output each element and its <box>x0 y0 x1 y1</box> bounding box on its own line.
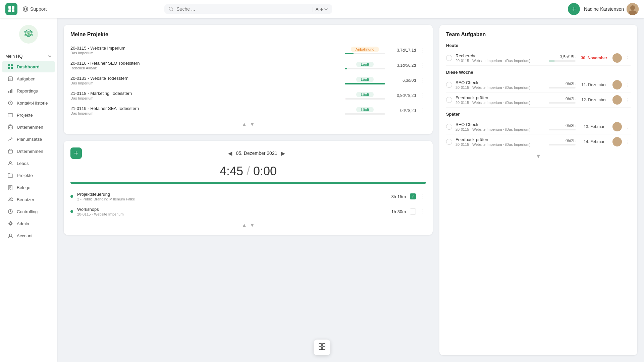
tasks-icon <box>7 76 13 82</box>
sidebar-item-planumstze[interactable]: Planumsätze <box>2 133 55 145</box>
support-icon <box>23 6 28 12</box>
sidebar-item-projekte-group[interactable]: Projekte <box>2 109 55 121</box>
show-more-btn[interactable]: ▾ <box>537 152 540 160</box>
dashboard-icon <box>7 64 13 70</box>
task-check[interactable] <box>446 97 452 103</box>
sidebar-item-benutzer[interactable]: Benutzer <box>2 194 55 205</box>
sidebar-item-label: Unternehmen <box>17 125 43 130</box>
top-nav-right: + Nadine Karstensen <box>568 3 639 15</box>
task-check[interactable] <box>446 55 452 61</box>
search-filter[interactable]: Alle <box>313 7 328 12</box>
projects-nav: ▲ ▼ <box>70 118 426 127</box>
task-check[interactable] <box>446 82 452 88</box>
task-menu-btn[interactable]: ⋮ <box>625 97 631 103</box>
task-time: 0h/3h <box>566 123 576 128</box>
sidebar-item-label: Projekte <box>17 173 33 178</box>
support-label: Support <box>30 6 47 12</box>
task-menu-btn[interactable]: ⋮ <box>625 82 631 88</box>
progress-bar <box>345 53 385 54</box>
reporting-check[interactable] <box>410 193 416 199</box>
search-input[interactable] <box>176 6 310 12</box>
project-menu-btn[interactable]: ⋮ <box>420 107 426 114</box>
project-menu-btn[interactable]: ⋮ <box>420 92 426 99</box>
sidebar-item-aufgaben[interactable]: Aufgaben <box>2 73 55 84</box>
reporting-sub: 2 - Public Branding Millenium Falke <box>77 197 382 201</box>
sidebar-item-account[interactable]: Account <box>2 230 55 241</box>
reportings-prev-btn[interactable]: ▲ <box>241 222 247 228</box>
task-sub: 20-0115 - Website Imperium · (Das Imperi… <box>455 142 539 146</box>
section-label: Später <box>446 112 631 117</box>
projects-prev-btn[interactable]: ▲ <box>241 121 247 127</box>
reporting-check[interactable] <box>410 208 416 215</box>
svg-rect-20 <box>11 64 13 66</box>
task-progress-bar <box>549 60 576 62</box>
project-sub: Das Imperium <box>70 51 341 55</box>
admin-icon <box>7 221 13 227</box>
task-progress-bar <box>549 129 576 130</box>
reporting-dot <box>70 195 73 198</box>
sidebar-item-reportings[interactable]: Reportings <box>2 85 55 97</box>
reporting-menu-btn[interactable]: ⋮ <box>420 208 426 215</box>
status-badge: Läuft <box>356 77 374 82</box>
bottom-widget[interactable] <box>314 340 330 355</box>
sidebar-item-belege[interactable]: Belege <box>2 182 55 193</box>
global-add-button[interactable]: + <box>568 3 580 15</box>
status-badge: Anbahnung <box>351 47 379 52</box>
task-menu-btn[interactable]: ⋮ <box>625 139 631 145</box>
task-check[interactable] <box>446 124 452 130</box>
task-time: 0h/2h <box>566 97 576 101</box>
top-nav: Support Alle + Nadine Karstensen <box>0 0 644 18</box>
task-sub: 20-0115 - Website Imperium · (Das Imperi… <box>455 85 539 89</box>
task-menu-btn[interactable]: ⋮ <box>625 124 631 130</box>
reporting-time: 3h 15m <box>386 194 406 199</box>
task-menu-btn[interactable]: ⋮ <box>625 55 631 61</box>
date-prev-btn[interactable]: ◀ <box>228 150 232 157</box>
svg-rect-32 <box>11 127 11 128</box>
date-next-btn[interactable]: ▶ <box>281 150 285 157</box>
reporting-sub: 20-0115 - Website Imperium <box>77 212 382 216</box>
task-info: SEO Check 20-0115 - Website Imperium · (… <box>455 80 539 89</box>
task-check[interactable] <box>446 139 452 145</box>
support-link[interactable]: Support <box>23 6 47 12</box>
svg-rect-33 <box>10 125 11 126</box>
avatar <box>627 3 639 15</box>
chevron-down-icon <box>324 7 328 11</box>
svg-point-13 <box>630 5 635 10</box>
user-name: Nadine Karstensen <box>584 6 624 12</box>
task-row: SEO Check 20-0115 - Website Imperium · (… <box>446 119 631 134</box>
status-badge: Läuft <box>356 62 374 67</box>
projects-next-btn[interactable]: ▼ <box>250 121 255 127</box>
svg-point-35 <box>9 162 11 164</box>
users-icon <box>7 196 13 202</box>
reportings-next-btn[interactable]: ▼ <box>250 222 255 228</box>
sidebar-item-unternehmen-group[interactable]: Unternehmen <box>2 121 55 133</box>
sidebar-item-kontakt-historie[interactable]: Kontakt-Historie <box>2 97 55 109</box>
sidebar-item-dashboard[interactable]: Dashboard <box>2 61 55 72</box>
sidebar-item-label: Dashboard <box>17 64 40 69</box>
project-menu-btn[interactable]: ⋮ <box>420 77 426 84</box>
account-icon <box>7 233 13 239</box>
reports-icon <box>7 88 13 94</box>
svg-rect-43 <box>319 344 322 346</box>
sidebar-item-label: Unternehmen <box>17 149 43 154</box>
reporting-menu-btn[interactable]: ⋮ <box>420 193 426 200</box>
avatar <box>612 95 622 105</box>
task-name: Recherche <box>455 53 539 58</box>
reportings-header: + ◀ 05. Dezember 2021 ▶ <box>70 147 426 159</box>
project-menu-btn[interactable]: ⋮ <box>420 47 426 54</box>
task-info: Feedback prüfen 20-0115 - Website Imperi… <box>455 137 539 146</box>
sidebar-item-controlling[interactable]: Controlling <box>2 206 55 217</box>
time-progress-bar <box>70 182 426 184</box>
sidebar-menu-header[interactable]: Mein HQ <box>0 52 57 61</box>
add-reporting-button[interactable]: + <box>70 147 82 159</box>
project-menu-btn[interactable]: ⋮ <box>420 62 426 69</box>
sidebar-item-projekte[interactable]: Projekte <box>2 170 55 181</box>
svg-rect-23 <box>8 77 12 81</box>
project-time: 0,8d/78,2d <box>389 93 416 98</box>
sidebar-item-leads[interactable]: Leads <box>2 158 55 169</box>
task-progress-bar <box>549 87 576 88</box>
app-logo[interactable] <box>5 3 17 15</box>
sidebar-item-admin[interactable]: Admin <box>2 218 55 229</box>
sidebar-item-unternehmen[interactable]: Unternehmen <box>2 145 55 157</box>
task-info: Feedback prüfen 20-0115 - Website Imperi… <box>455 95 539 105</box>
